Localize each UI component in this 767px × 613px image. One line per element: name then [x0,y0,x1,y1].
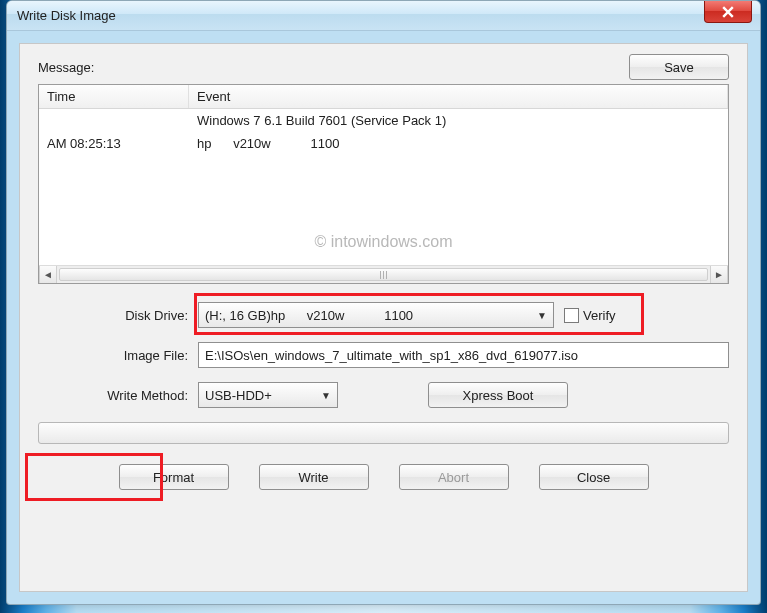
cell-event: hp v210w 1100 [189,132,728,155]
scroll-thumb[interactable] [59,268,708,281]
scroll-track[interactable] [57,266,710,283]
disk-drive-value: (H:, 16 GB)hp v210w 1100 [205,308,413,323]
list-header[interactable]: Time Event [39,85,728,109]
write-method-select[interactable]: USB-HDD+ ▼ [198,382,338,408]
cell-time: AM 08:25:13 [39,132,189,155]
verify-checkbox[interactable] [564,308,579,323]
write-method-label: Write Method: [38,388,198,403]
format-button[interactable]: Format [119,464,229,490]
message-list: Time Event Windows 7 6.1 Build 7601 (Ser… [38,84,729,284]
message-label: Message: [38,60,94,75]
verify-label: Verify [583,308,616,323]
window-title: Write Disk Image [17,8,116,23]
chevron-down-icon: ▼ [315,390,331,401]
scroll-right-icon[interactable]: ► [710,266,728,283]
message-header-row: Message: Save [38,54,729,80]
button-row: Format Write Abort Close [38,464,729,490]
titlebar[interactable]: Write Disk Image [7,1,760,31]
image-file-input[interactable]: E:\ISOs\en_windows_7_ultimate_with_sp1_x… [198,342,729,368]
write-button[interactable]: Write [259,464,369,490]
list-body: Windows 7 6.1 Build 7601 (Service Pack 1… [39,109,728,265]
abort-button[interactable]: Abort [399,464,509,490]
scroll-left-icon[interactable]: ◄ [39,266,57,283]
cell-event: Windows 7 6.1 Build 7601 (Service Pack 1… [189,109,728,132]
horizontal-scrollbar[interactable]: ◄ ► [39,265,728,283]
write-method-value: USB-HDD+ [205,388,272,403]
watermark: © intowindows.com [39,233,728,251]
disk-drive-select[interactable]: (H:, 16 GB)hp v210w 1100 ▼ [198,302,554,328]
verify-wrap: Verify [564,308,616,323]
image-file-row: Image File: E:\ISOs\en_windows_7_ultimat… [38,342,729,368]
close-button[interactable]: Close [539,464,649,490]
save-button[interactable]: Save [629,54,729,80]
xpress-boot-button[interactable]: Xpress Boot [428,382,568,408]
list-row[interactable]: Windows 7 6.1 Build 7601 (Service Pack 1… [39,109,728,132]
close-icon [722,6,734,18]
window: Write Disk Image Message: Save Time Even… [6,0,761,605]
column-time[interactable]: Time [39,85,189,108]
cell-time [39,109,189,132]
disk-drive-label: Disk Drive: [38,308,198,323]
chevron-down-icon: ▼ [531,310,547,321]
image-file-label: Image File: [38,348,198,363]
column-event[interactable]: Event [189,85,728,108]
close-window-button[interactable] [704,1,752,23]
write-method-row: Write Method: USB-HDD+ ▼ Xpress Boot [38,382,729,408]
list-row[interactable]: AM 08:25:13 hp v210w 1100 [39,132,728,155]
image-file-value: E:\ISOs\en_windows_7_ultimate_with_sp1_x… [205,348,578,363]
form-area: Disk Drive: (H:, 16 GB)hp v210w 1100 ▼ V… [38,302,729,408]
client-area: Message: Save Time Event Windows 7 6.1 B… [19,43,748,592]
progress-bar [38,422,729,444]
disk-drive-row: Disk Drive: (H:, 16 GB)hp v210w 1100 ▼ V… [38,302,729,328]
